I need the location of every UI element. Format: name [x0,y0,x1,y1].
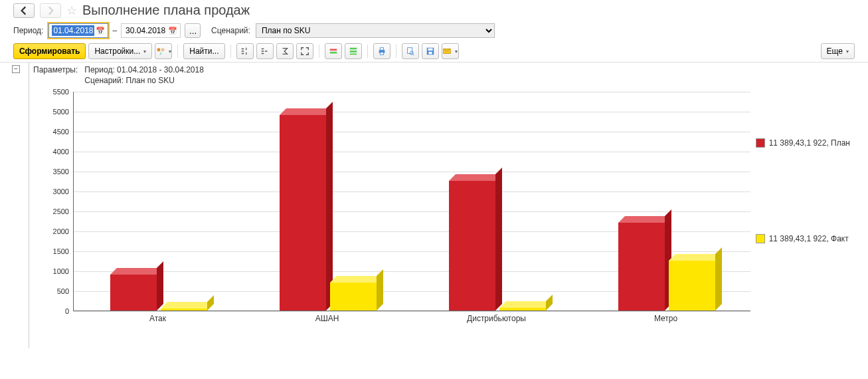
legend-swatch-fact-icon [756,234,765,243]
preview-button[interactable] [402,43,419,59]
x-label: Атак [92,314,224,323]
bar [280,115,326,311]
y-tick: 2000 [33,227,69,235]
nav-forward-button[interactable] [40,3,61,18]
bar [161,309,207,311]
svg-rect-4 [349,48,357,50]
x-label: АШАН [261,314,394,323]
y-tick: 1000 [33,267,69,275]
legend-fact: 11 389,43,1 922, Факт [756,234,850,243]
legend-swatch-plan-icon [756,138,765,148]
x-label: Метро [600,314,733,323]
x-label: Дистрибьюторы [430,314,563,323]
y-tick: 500 [33,287,69,295]
params-header-line1: Период: 01.04.2018 - 30.04.2018 [84,65,211,76]
y-tick: 5000 [33,108,69,116]
y-tick: 4000 [33,148,69,156]
column-color-button[interactable] [345,43,362,59]
params-header-line2: Сценарий: План по SKU [84,76,211,86]
sum-button[interactable] [276,43,294,59]
settings-button[interactable]: Настройки...▾ [88,43,152,59]
period-to-field[interactable]: 📅 [121,23,181,38]
bar [330,283,377,311]
y-tick: 5500 [33,88,69,96]
calendar-icon[interactable]: 📅 [96,27,105,35]
svg-rect-2 [329,49,337,51]
bar [110,275,157,311]
nav-back-button[interactable] [13,3,35,18]
bar [499,308,546,311]
email-button[interactable]: ▾ [442,43,459,59]
period-to-input[interactable] [124,25,167,36]
page-title: Выполнение плана продаж [82,3,250,18]
save-button[interactable] [422,43,439,59]
period-ellipsis-button[interactable]: ... [185,23,201,38]
period-label: Период: [13,26,43,35]
svg-rect-9 [380,53,383,55]
row-color-button[interactable] [325,43,342,59]
favorite-star-icon[interactable]: ☆ [66,3,77,18]
svg-rect-5 [349,51,357,53]
y-tick: 4500 [33,128,69,136]
fullscreen-button[interactable] [296,43,313,59]
calendar-icon[interactable]: 📅 [168,27,177,35]
find-button[interactable]: Найти... [183,43,224,59]
form-report-button[interactable]: Сформировать [13,43,86,59]
y-tick: 1500 [33,247,69,255]
svg-rect-8 [380,48,383,51]
svg-rect-3 [329,52,337,54]
period-from-field[interactable]: 📅 [48,23,108,38]
variants-button[interactable]: ▾ [155,43,172,59]
period-separator: – [112,26,117,35]
svg-rect-14 [428,52,432,55]
chart: 0500100015002000250030003500400045005000… [33,92,857,331]
collapse-toggle-icon[interactable]: − [12,65,20,73]
print-button[interactable] [373,43,391,59]
svg-rect-0 [157,49,160,51]
bar [669,261,715,311]
y-tick: 3500 [33,168,69,176]
expand-groups-button[interactable] [236,43,254,59]
y-tick: 2500 [33,207,69,215]
svg-rect-13 [428,49,432,51]
more-button[interactable]: Еще▾ [821,43,855,59]
collapse-groups-button[interactable] [256,43,274,59]
scenario-label: Сценарий: [211,26,250,35]
params-header-label: Параметры: [33,65,84,76]
legend-plan: 11 389,43,1 922, План [756,138,850,148]
bar [449,181,495,311]
y-tick: 0 [33,307,69,315]
scenario-select[interactable]: План по SKU [256,23,495,38]
bar [618,223,665,311]
svg-rect-6 [349,54,357,55]
svg-rect-1 [161,49,164,51]
y-tick: 3000 [33,188,69,195]
period-from-input[interactable] [52,25,94,36]
